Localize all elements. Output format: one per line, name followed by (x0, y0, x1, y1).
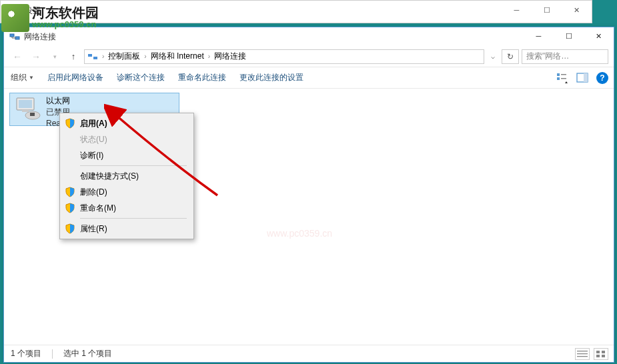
path-icon (87, 51, 98, 62)
address-bar: ← → ▾ ↑ › 控制面板 › 网络和 Internet › 网络连接 ⌵ ↻… (4, 46, 614, 67)
large-icons-view-button[interactable] (594, 348, 608, 360)
nav-up-button[interactable]: ↑ (65, 49, 81, 65)
svg-rect-12 (22, 110, 29, 112)
view-options-button[interactable] (556, 72, 568, 84)
status-selected-count: 选中 1 个项目 (63, 348, 112, 359)
menu-delete[interactable]: 删除(D) (61, 184, 192, 200)
chevron-down-icon: ▼ (29, 75, 34, 81)
maximize-button[interactable]: ☐ (554, 27, 584, 45)
svg-rect-15 (577, 351, 588, 351)
chevron-right-icon[interactable]: › (143, 53, 147, 60)
svg-rect-18 (596, 351, 600, 353)
change-settings-button[interactable]: 更改此连接的设置 (239, 72, 303, 83)
organize-menu[interactable]: 组织▼ (11, 72, 34, 83)
svg-rect-21 (602, 355, 605, 357)
minimize-button[interactable]: ─ (524, 27, 554, 45)
nav-recent-dropdown[interactable]: ▾ (47, 49, 63, 65)
nav-forward-button: → (28, 49, 44, 65)
status-separator (52, 349, 53, 359)
path-segment-control-panel[interactable]: 控制面板 (105, 51, 143, 62)
menu-enable[interactable]: 启用(A) (61, 115, 192, 131)
menu-rename[interactable]: 重命名(M) (61, 200, 192, 216)
shield-icon (65, 118, 75, 129)
watermark-url: www.pc0359.cn (32, 19, 99, 30)
network-connections-icon (9, 31, 20, 42)
content-area: 以太网 已禁用 Rea 启用(A) 状态(U) 诊断(I) 创建快捷方式(S) (4, 89, 614, 345)
svg-rect-0 (10, 34, 14, 37)
status-bar: 1 个项目 选中 1 个项目 (4, 345, 614, 362)
address-history-dropdown[interactable]: ⌵ (487, 53, 499, 60)
rename-connection-button[interactable]: 重命名此连接 (178, 72, 226, 83)
menu-separator (80, 218, 187, 219)
address-path[interactable]: › 控制面板 › 网络和 Internet › 网络连接 (84, 49, 484, 64)
svg-rect-17 (577, 356, 588, 357)
nav-back-button[interactable]: ← (9, 49, 25, 65)
diagnose-connection-button[interactable]: 诊断这个连接 (117, 72, 165, 83)
menu-properties[interactable]: 属性(R) (61, 221, 192, 237)
explorer-window: 网络连接 ─ ☐ ✕ ← → ▾ ↑ › 控制面板 › 网络和 Internet… (3, 27, 614, 363)
search-placeholder: 搜索"网络… (526, 51, 569, 62)
svg-rect-14 (30, 113, 35, 116)
watermark-center: www.pc0359.cn (267, 228, 332, 239)
context-menu: 启用(A) 状态(U) 诊断(I) 创建快捷方式(S) 删除(D) (59, 113, 194, 239)
path-segment-network-internet[interactable]: 网络和 Internet (148, 51, 207, 62)
toolbar: 组织▼ 启用此网络设备 诊断这个连接 重命名此连接 更改此连接的设置 ? (4, 67, 614, 89)
chevron-right-icon[interactable]: › (207, 53, 211, 60)
svg-rect-2 (88, 54, 92, 57)
svg-rect-11 (19, 100, 32, 108)
bg-minimize-button[interactable]: ─ (502, 1, 532, 19)
chevron-right-icon[interactable]: › (101, 53, 105, 60)
menu-create-shortcut[interactable]: 创建快捷方式(S) (61, 168, 192, 184)
help-button[interactable]: ? (596, 72, 608, 84)
svg-rect-6 (561, 74, 566, 75)
watermark-icon (1, 4, 29, 32)
bg-maximize-button[interactable]: ☐ (532, 1, 562, 19)
path-segment-network-connections[interactable]: 网络连接 (211, 51, 249, 62)
enable-device-button[interactable]: 启用此网络设备 (47, 72, 103, 83)
details-view-button[interactable] (575, 348, 590, 360)
menu-status: 状态(U) (61, 131, 192, 147)
adapter-name: 以太网 (46, 95, 70, 107)
search-input[interactable]: 搜索"网络… (522, 49, 608, 64)
svg-rect-9 (584, 73, 588, 82)
menu-separator (80, 165, 187, 166)
ethernet-adapter-icon (14, 95, 41, 122)
bg-close-button[interactable]: ✕ (562, 1, 592, 19)
refresh-button[interactable]: ↻ (502, 49, 519, 64)
svg-rect-5 (557, 77, 560, 80)
svg-rect-7 (561, 78, 566, 79)
watermark-site-name: 河东软件园 (32, 6, 99, 19)
svg-rect-4 (557, 73, 560, 76)
svg-rect-3 (93, 57, 97, 59)
window-title: 网络连接 (24, 31, 56, 43)
watermark-logo: 河东软件园 www.pc0359.cn (1, 4, 99, 32)
shield-icon (65, 223, 75, 234)
svg-rect-19 (602, 351, 605, 353)
menu-diagnose[interactable]: 诊断(I) (61, 147, 192, 163)
close-button[interactable]: ✕ (584, 27, 614, 45)
shield-icon (65, 203, 75, 213)
shield-icon (65, 187, 75, 197)
svg-rect-16 (577, 353, 588, 354)
status-item-count: 1 个项目 (11, 348, 41, 359)
svg-rect-20 (596, 355, 600, 357)
preview-pane-button[interactable] (576, 72, 588, 84)
